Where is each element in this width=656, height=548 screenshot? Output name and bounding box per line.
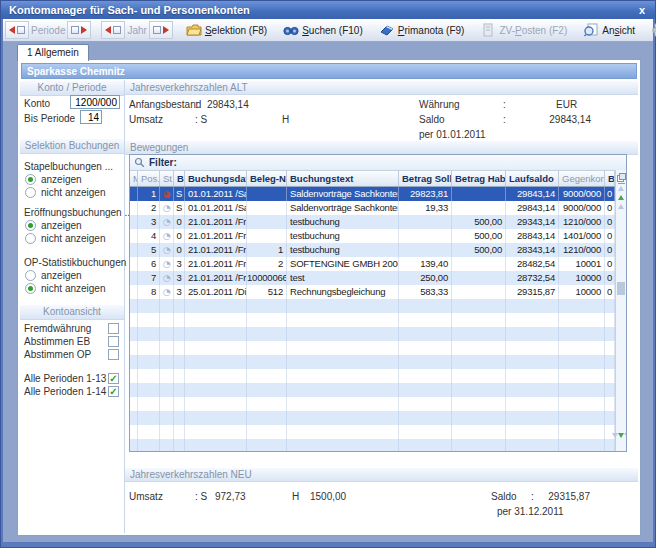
- scroll-to-top-icon[interactable]: [618, 183, 625, 184]
- column-header-laufsaldo[interactable]: Laufsaldo: [506, 171, 559, 186]
- scroll-page-up-icon[interactable]: [618, 204, 624, 209]
- grid-tools: [617, 283, 625, 294]
- checkbox-abstimmen-eb[interactable]: [108, 336, 119, 347]
- status-icon: ◔: [163, 259, 171, 269]
- arrow-right-icon: [81, 26, 87, 34]
- cell-datum: 01.01.2011 /Sa: [185, 201, 247, 215]
- radio-stapel-nicht-anzeigen[interactable]: [25, 187, 36, 198]
- checkbox-alle-perioden-13[interactable]: [108, 373, 119, 384]
- jahr-prev-button[interactable]: [101, 21, 125, 39]
- cell-pos: [138, 299, 160, 313]
- table-row[interactable]: 1◕S01.01.2011 /SaSaldenvorträge Sachkont…: [130, 187, 615, 201]
- bis-periode-input[interactable]: [80, 110, 102, 124]
- cell-saldo: 28732,54: [506, 271, 559, 285]
- cell-m: [130, 439, 138, 452]
- table-row[interactable]: 6◔321.01.2011 /Fr2SOFTENGINE GMBH 200001…: [130, 257, 615, 271]
- cell-st: ◔: [160, 285, 174, 299]
- radio-eroeffnung-anzeigen[interactable]: [25, 220, 36, 231]
- cell-m: [130, 341, 138, 355]
- cell-datum: 21.01.2011 /Fr: [185, 271, 247, 285]
- checkbox-abstimmen-op[interactable]: [108, 349, 119, 360]
- radio-op-nicht-anzeigen[interactable]: [25, 283, 36, 294]
- cell-b2: [605, 313, 615, 327]
- cell-gegenkonto: 1210/000: [559, 215, 605, 229]
- radio-stapel-anzeigen[interactable]: [25, 174, 36, 185]
- colon: :: [503, 99, 506, 110]
- column-header-betrag-soll[interactable]: Betrag Soll: [399, 171, 452, 186]
- column-header-betrag-haben[interactable]: Betrag Haben: [452, 171, 506, 186]
- cell-beleg: [247, 215, 287, 229]
- saldo-alt-value: 29843,14: [519, 114, 591, 125]
- cell-st: [160, 383, 174, 397]
- periode-prev-button[interactable]: [5, 21, 29, 39]
- checkbox-alle-perioden-14[interactable]: [108, 386, 119, 397]
- selektion-button[interactable]: Selektion (F8): [181, 21, 272, 39]
- cell-text: Saldenvorträge Sachkonten (EB): [287, 187, 399, 201]
- column-header-gegenkonto[interactable]: Gegenkonto: [559, 171, 605, 186]
- table-row[interactable]: 2◔S01.01.2011 /SaSaldenvorträge Sachkont…: [130, 201, 615, 215]
- cell-text: [287, 397, 399, 411]
- table-row[interactable]: 4◔021.01.2011 /Frtestbuchung500,0028843,…: [130, 229, 615, 243]
- cell-datum: 25.01.2011 /Di: [185, 285, 247, 299]
- arrow-left-icon: [9, 26, 15, 34]
- radio-label: nicht anzeigen: [41, 187, 106, 198]
- cell-b2: [605, 411, 615, 425]
- cell-b2: 0: [605, 187, 615, 201]
- table-row[interactable]: 5◔021.01.2011 /Fr1testbuchung500,0028343…: [130, 243, 615, 257]
- suchen-button[interactable]: Suchen (F10): [278, 21, 368, 39]
- column-header-beleg-nr-[interactable]: Beleg-Nr.: [247, 171, 287, 186]
- column-header-b[interactable]: B: [605, 171, 615, 186]
- cell-soll: 250,00: [399, 271, 452, 285]
- tab-allgemein[interactable]: 1 Allgemein: [17, 44, 89, 61]
- cell-pos: [138, 313, 160, 327]
- cell-datum: 01.01.2011 /Sa: [185, 187, 247, 201]
- radio-eroeffnung-nicht-anzeigen[interactable]: [25, 233, 36, 244]
- grid-scroll-strip: [615, 170, 626, 451]
- cell-gegenkonto: [559, 299, 605, 313]
- cell-m: [130, 411, 138, 425]
- column-header-buchungsdatum[interactable]: Buchungsdatum: [185, 171, 247, 186]
- drucken-button[interactable]: Drucken: [646, 21, 656, 39]
- cell-haben: [452, 271, 506, 285]
- cell-st: [160, 425, 174, 439]
- grid-layout-icon[interactable]: [617, 173, 626, 182]
- jahr-next-button[interactable]: [149, 21, 173, 39]
- umsatz-neu-soll-prefix: : S: [195, 491, 207, 502]
- cell-datum: [185, 411, 247, 425]
- scroll-to-bottom-icon[interactable]: [624, 433, 627, 449]
- binoculars-icon: [283, 23, 299, 37]
- checkbox-fremdwaehrung[interactable]: [108, 323, 119, 334]
- ansicht-button[interactable]: Ansicht: [578, 21, 640, 39]
- table-row[interactable]: 7◔321.01.2011 /Fr10000066test250,0028732…: [130, 271, 615, 285]
- scroll-up-icon[interactable]: [618, 195, 624, 200]
- table-row[interactable]: 3◔021.01.2011 /Frtestbuchung500,0029343,…: [130, 215, 615, 229]
- cell-text: SOFTENGINE GMBH 20000189 EUR UEBERW: [287, 257, 399, 271]
- table-row[interactable]: 8◔325.01.2011 /Di512Rechnungsbegleichung…: [130, 285, 615, 299]
- cell-text: [287, 439, 399, 452]
- cell-st: [160, 369, 174, 383]
- column-header-m[interactable]: M: [130, 171, 138, 186]
- grid-tool-icon[interactable]: [623, 282, 625, 295]
- cell-beleg: 2: [247, 257, 287, 271]
- cell-st: ◔: [160, 257, 174, 271]
- close-icon[interactable]: x: [633, 4, 651, 16]
- arrow-right-icon: [163, 26, 169, 34]
- filter-row[interactable]: Filter:: [130, 155, 626, 171]
- grid-header: MPos.▼StBBuchungsdatumBeleg-Nr.Buchungst…: [130, 171, 615, 187]
- cell-b: [174, 383, 185, 397]
- cell-b2: 0: [605, 257, 615, 271]
- radio-op-anzeigen[interactable]: [25, 270, 36, 281]
- column-header-buchungstext[interactable]: Buchungstext: [287, 171, 399, 186]
- primanota-button[interactable]: Primanota (F9): [374, 21, 470, 39]
- cell-m: [130, 243, 138, 257]
- column-header-st[interactable]: St: [160, 171, 174, 186]
- konto-input[interactable]: [70, 95, 120, 109]
- cell-haben: 500,00: [452, 215, 506, 229]
- column-header-pos-[interactable]: Pos.▼: [138, 171, 160, 186]
- cell-soll: [399, 397, 452, 411]
- scroll-to-top-icon[interactable]: [618, 186, 624, 191]
- periode-next-button[interactable]: [67, 21, 91, 39]
- column-header-b[interactable]: B: [174, 171, 185, 186]
- cell-saldo: [506, 341, 559, 355]
- cell-gegenkonto: [559, 425, 605, 439]
